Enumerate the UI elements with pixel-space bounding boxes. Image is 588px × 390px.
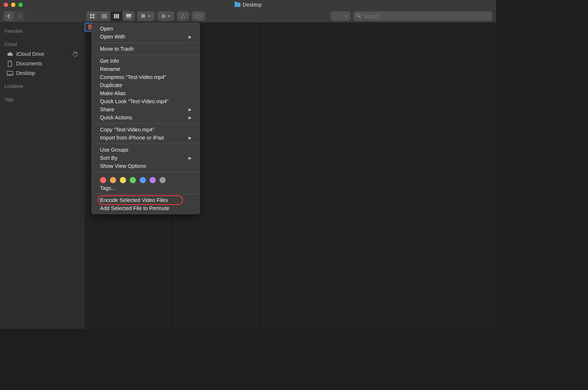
menu-item[interactable]: Quick Actions▶: [92, 113, 200, 122]
menu-item[interactable]: Open With▶: [92, 33, 200, 41]
menu-item[interactable]: Move to Trash: [92, 45, 200, 53]
menu-item-label: Rename: [100, 66, 120, 72]
svg-rect-6: [102, 17, 107, 18]
tag-color-dot[interactable]: [130, 177, 136, 183]
svg-rect-11: [126, 17, 128, 18]
menu-item-label: Compress “Test-Video.mp4”: [100, 74, 166, 80]
menu-item-label: Open With: [100, 34, 125, 40]
column-view-button[interactable]: [111, 11, 122, 21]
menu-item[interactable]: Encode Selected Video Files: [92, 196, 200, 204]
sidebar-item-documents[interactable]: Documents: [0, 59, 85, 68]
sidebar-item-desktop[interactable]: Desktop: [0, 68, 85, 78]
svg-rect-3: [93, 17, 94, 18]
context-menu: OpenOpen With▶Move to TrashGet InfoRenam…: [92, 23, 200, 214]
menu-item[interactable]: Compress “Test-Video.mp4”: [92, 73, 200, 81]
menu-item-label: Quick Actions: [100, 115, 132, 120]
menu-divider: [92, 144, 199, 144]
grid-icon: [141, 14, 146, 18]
view-switcher: [86, 11, 135, 21]
window-controls: [4, 3, 23, 7]
menu-item[interactable]: Make Alias: [92, 89, 200, 97]
menu-item[interactable]: Quick Look “Test-Video.mp4”: [92, 97, 200, 105]
menu-item[interactable]: Share▶: [92, 105, 200, 113]
tag-color-dot[interactable]: [120, 177, 126, 183]
minimize-window-button[interactable]: [11, 3, 15, 7]
menu-item-label: Get Info: [100, 58, 119, 64]
menu-divider: [92, 123, 199, 124]
progress-icon: [72, 51, 78, 57]
svg-rect-10: [126, 14, 131, 17]
menu-divider: [92, 55, 199, 55]
tag-color-dot[interactable]: [100, 177, 106, 183]
menu-item-label: Share: [100, 106, 114, 112]
back-button[interactable]: [4, 11, 14, 21]
forward-button[interactable]: [14, 11, 25, 21]
svg-rect-23: [7, 74, 13, 75]
zoom-window-button[interactable]: [18, 3, 23, 7]
sidebar-item-label: Documents: [16, 61, 42, 66]
action-button[interactable]: [157, 11, 174, 21]
svg-point-19: [357, 14, 360, 17]
toolbar-dropdown[interactable]: [331, 11, 351, 21]
svg-rect-7: [114, 14, 115, 18]
share-button[interactable]: [177, 11, 189, 21]
menu-item-label: Show View Options: [100, 163, 146, 169]
menu-item[interactable]: Sort By▶: [92, 154, 200, 162]
menu-item[interactable]: Duplicate: [92, 81, 200, 89]
gallery-view-button[interactable]: [123, 11, 135, 21]
chevron-down-icon: [345, 15, 348, 17]
chevron-down-icon: [148, 15, 151, 17]
menu-item[interactable]: Use Groups: [92, 146, 200, 154]
search-icon: [356, 14, 361, 18]
sidebar: Favorites iCloud iCloud Drive Documents: [0, 23, 85, 329]
gear-icon: [161, 14, 166, 19]
svg-rect-8: [116, 14, 117, 18]
sidebar-header-locations: Locations: [0, 82, 85, 91]
menu-item-label: Move to Trash: [100, 46, 134, 52]
svg-line-20: [359, 17, 361, 18]
tag-color-dot[interactable]: [150, 177, 156, 183]
file-column[interactable]: OpenOpen With▶Move to TrashGet InfoRenam…: [85, 23, 172, 329]
tag-button[interactable]: [192, 11, 205, 21]
sidebar-item-label: iCloud Drive: [16, 51, 44, 57]
menu-item[interactable]: Open: [92, 25, 200, 33]
menu-item[interactable]: Copy “Test-Video.mp4”: [92, 126, 200, 134]
chevron-down-icon: [168, 15, 171, 17]
tag-color-row: [92, 174, 200, 184]
svg-rect-2: [90, 17, 92, 18]
desktop-icon: [7, 70, 13, 76]
window-title: Desktop: [234, 2, 261, 8]
tag-color-dot[interactable]: [110, 177, 116, 183]
menu-item-label: Encode Selected Video Files: [100, 197, 168, 203]
sidebar-item-icloud-drive[interactable]: iCloud Drive: [0, 49, 85, 59]
submenu-arrow-icon: ▶: [189, 35, 191, 39]
search-field[interactable]: [354, 11, 492, 21]
svg-point-18: [163, 15, 165, 17]
icon-view-button[interactable]: [86, 11, 98, 21]
arrange-button[interactable]: [137, 11, 154, 21]
menu-item[interactable]: Add Selected File to Permute: [92, 204, 200, 212]
sidebar-item-label: Desktop: [16, 70, 35, 76]
list-view-button[interactable]: [98, 11, 110, 21]
tag-icon: [196, 14, 201, 18]
tag-color-dot[interactable]: [140, 177, 146, 183]
titlebar: Desktop: [0, 0, 496, 10]
menu-item[interactable]: Import from iPhone or iPad▶: [92, 134, 200, 142]
menu-item[interactable]: Get Info: [92, 57, 200, 65]
svg-rect-9: [118, 14, 119, 18]
close-window-button[interactable]: [4, 3, 8, 7]
search-input[interactable]: [363, 13, 490, 19]
menu-item[interactable]: Rename: [92, 65, 200, 73]
menu-item-tags[interactable]: Tags…: [92, 184, 200, 192]
svg-rect-12: [128, 17, 129, 18]
sidebar-header-tags: Tags: [0, 95, 85, 104]
svg-rect-4: [102, 14, 107, 15]
menu-item-label: Copy “Test-Video.mp4”: [100, 127, 154, 133]
menu-item[interactable]: Show View Options: [92, 162, 200, 170]
tag-color-dot[interactable]: [159, 177, 166, 183]
sidebar-header-favorites: Favorites: [0, 26, 85, 36]
menu-item-label: Import from iPhone or iPad: [100, 135, 164, 141]
submenu-arrow-icon: ▶: [189, 107, 191, 112]
svg-rect-16: [141, 16, 143, 18]
menu-divider: [92, 172, 199, 172]
